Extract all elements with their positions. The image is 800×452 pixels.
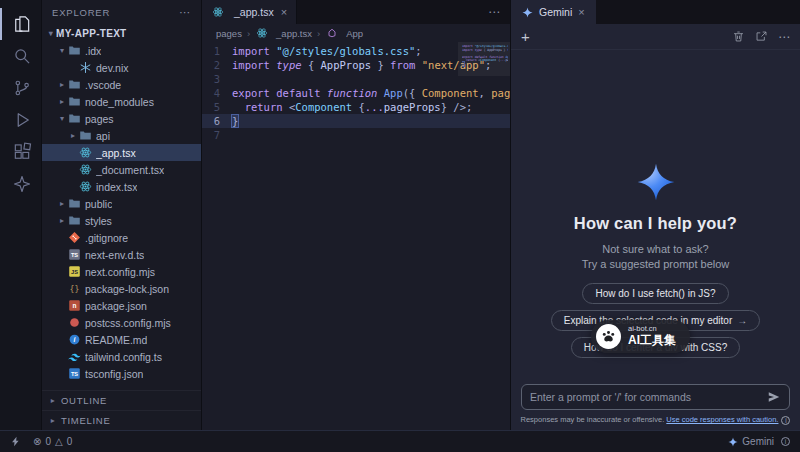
explorer-icon[interactable] <box>0 8 42 40</box>
file-label: postcss.config.mjs <box>85 317 171 329</box>
folder-icon <box>67 78 81 91</box>
tree-item[interactable]: ▸node_modules <box>42 93 201 110</box>
problems-indicator[interactable]: ⊗ 0 △ 0 <box>33 436 72 447</box>
gemini-tabstrip: Gemini × <box>511 0 800 24</box>
tree-item[interactable]: {}package-lock.json <box>42 280 201 297</box>
chevron-icon: ▸ <box>57 216 67 225</box>
timeline-section[interactable]: ▸ TIMELINE <box>42 410 201 430</box>
gemini-status[interactable]: Gemini i <box>728 436 790 447</box>
file-label: next.config.mjs <box>85 266 155 278</box>
prompt-input-row <box>521 384 790 410</box>
warning-count: 0 <box>67 436 73 447</box>
tree-item[interactable]: ▸api <box>42 127 201 144</box>
tree-item[interactable]: tailwind.config.ts <box>42 348 201 365</box>
tree-item[interactable]: postcss.config.mjs <box>42 314 201 331</box>
tree-item[interactable]: ▸.vscode <box>42 76 201 93</box>
ts-gray-icon: TS <box>67 248 81 261</box>
arrow-right-icon: → <box>737 315 747 326</box>
breadcrumb: pages › _app.tsx › App <box>202 24 510 42</box>
more-actions-icon[interactable]: ⋯ <box>179 6 191 19</box>
new-chat-button[interactable]: + <box>521 29 530 44</box>
react-icon <box>211 6 225 19</box>
tree-item[interactable]: ▾pages <box>42 110 201 127</box>
code-text: export default function App({ Component,… <box>232 86 510 100</box>
file-label: next-env.d.ts <box>85 249 144 261</box>
tree-item[interactable]: ▾.idx <box>42 42 201 59</box>
tree-item[interactable]: dev.nix <box>42 59 201 76</box>
status-bar: ⊗ 0 △ 0 Gemini i <box>0 430 800 452</box>
explorer-header: EXPLORER ⋯ <box>42 0 201 24</box>
svg-text:{}: {} <box>69 284 79 294</box>
folder-icon <box>67 44 81 57</box>
suggested-prompt[interactable]: How do I use fetch() in JS? <box>582 283 728 304</box>
line-number: 2 <box>202 58 232 72</box>
trash-icon[interactable] <box>732 30 745 43</box>
sidebar-sections: ▸ OUTLINE ▸ TIMELINE <box>42 390 201 430</box>
outline-section[interactable]: ▸ OUTLINE <box>42 390 201 410</box>
minimap[interactable]: import "@/styles/globals.css";import typ… <box>462 45 508 70</box>
run-debug-icon[interactable] <box>0 104 42 136</box>
file-label: .vscode <box>85 79 121 91</box>
code-text: import "@/styles/globals.css"; <box>232 44 422 58</box>
tab-app-tsx[interactable]: _app.tsx × <box>202 0 297 24</box>
npm-gray-icon: {} <box>67 282 81 295</box>
code-editor[interactable]: 1import "@/styles/globals.css";2import t… <box>202 42 510 430</box>
tree-item[interactable]: _app.tsx <box>42 144 201 161</box>
tree-item[interactable]: index.tsx <box>42 178 201 195</box>
tree-item[interactable]: TStsconfig.json <box>42 365 201 382</box>
file-label: package.json <box>85 300 147 312</box>
breadcrumb-pages[interactable]: pages <box>216 28 242 39</box>
project-root[interactable]: ▾MY-APP-TEXT <box>42 25 201 42</box>
line-number: 7 <box>202 128 232 142</box>
gemini-disclaimer: Responses may be inaccurate or offensive… <box>511 415 800 430</box>
tailwind-icon <box>67 350 81 363</box>
tree-item[interactable]: .gitignore <box>42 229 201 246</box>
chevron-right-icon: ▸ <box>48 416 58 425</box>
ide-window: EXPLORER ⋯ ▾MY-APP-TEXT▾.idxdev.nix▸.vsc… <box>0 0 800 452</box>
code-line[interactable]: 4export default function App({ Component… <box>202 86 510 100</box>
extensions-icon[interactable] <box>0 136 42 168</box>
file-label: tailwind.config.ts <box>85 351 162 363</box>
file-label: _document.tsx <box>96 164 164 176</box>
editor-group: _app.tsx × ⋯ pages › _app.tsx › App <box>202 0 510 430</box>
remote-indicator[interactable] <box>10 436 21 447</box>
code-line[interactable]: 6} <box>202 114 510 128</box>
chevron-icon: ▾ <box>57 114 67 123</box>
send-icon[interactable] <box>767 390 781 404</box>
source-control-icon[interactable] <box>0 72 42 104</box>
idx-icon[interactable] <box>0 168 42 200</box>
prompt-input[interactable] <box>530 391 761 403</box>
tree-item[interactable]: iREADME.md <box>42 331 201 348</box>
tree-item[interactable]: TSnext-env.d.ts <box>42 246 201 263</box>
tab-gemini[interactable]: Gemini × <box>511 0 596 24</box>
export-icon[interactable] <box>755 30 768 43</box>
search-icon[interactable] <box>0 40 42 72</box>
section-label: OUTLINE <box>61 395 107 406</box>
chevron-icon: ▸ <box>57 80 67 89</box>
folder-icon <box>67 197 81 210</box>
info-icon[interactable]: i <box>781 416 790 425</box>
editor-actions-more-icon[interactable]: ⋯ <box>478 0 510 24</box>
breadcrumb-symbol[interactable]: App <box>325 27 363 40</box>
breadcrumb-file[interactable]: _app.tsx <box>255 27 312 40</box>
breadcrumb-label: App <box>346 28 363 39</box>
more-icon[interactable]: ⋯ <box>778 31 790 43</box>
close-icon[interactable]: × <box>578 6 584 18</box>
file-label: MY-APP-TEXT <box>56 28 127 39</box>
tree-item[interactable]: npackage.json <box>42 297 201 314</box>
tree-item[interactable]: _document.tsx <box>42 161 201 178</box>
folder-icon <box>67 214 81 227</box>
breadcrumb-label: _app.tsx <box>276 28 312 39</box>
gemini-logo <box>636 162 676 202</box>
code-line[interactable]: 5 return <Component {...pageProps} />; <box>202 100 510 114</box>
caution-link[interactable]: Use code responses with caution. <box>666 415 778 424</box>
error-count: 0 <box>45 436 51 447</box>
tree-item[interactable]: ▸styles <box>42 212 201 229</box>
close-icon[interactable]: × <box>281 6 287 18</box>
line-number: 4 <box>202 86 232 100</box>
gemini-status-label: Gemini <box>742 436 774 447</box>
explorer-title: EXPLORER <box>52 7 110 18</box>
code-line[interactable]: 7 <box>202 128 510 142</box>
tree-item[interactable]: JSnext.config.mjs <box>42 263 201 280</box>
tree-item[interactable]: ▸public <box>42 195 201 212</box>
